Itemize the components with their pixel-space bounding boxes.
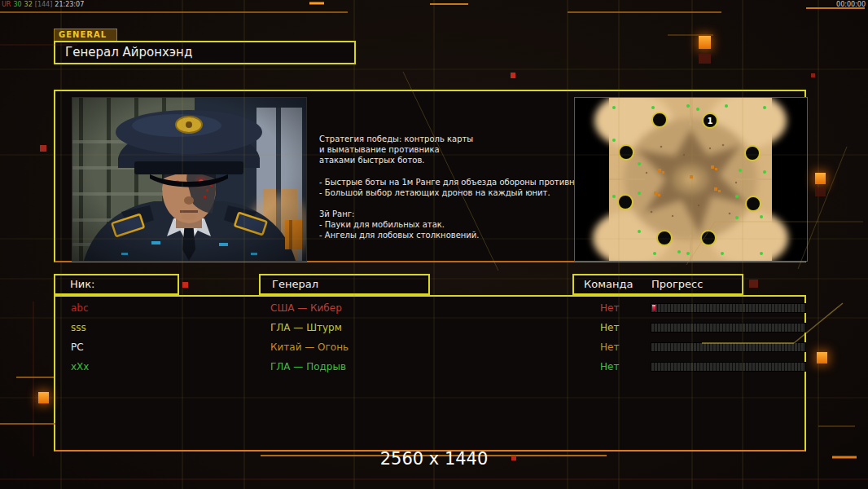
red-square	[40, 145, 46, 152]
table-row[interactable]: PC Китай — Огонь Нет	[55, 337, 804, 357]
glow-square	[699, 36, 711, 49]
header-progress-label: Прогресс	[651, 275, 703, 293]
resolution-label: 2560 x 1440	[0, 449, 868, 469]
strategy-line	[319, 198, 573, 209]
progress-fill	[652, 305, 655, 311]
player-nick: PC	[71, 337, 84, 357]
player-team: Нет	[600, 318, 619, 337]
player-team: Нет	[600, 298, 619, 318]
header-team-progress: Команда Прогресс	[572, 274, 743, 295]
overlay-part: 30	[13, 1, 21, 8]
player-general: США — Кибер	[270, 298, 342, 318]
strategy-line: Стратегия победы: контроль карты	[319, 134, 573, 144]
player-team: Нет	[600, 357, 619, 377]
map-preview[interactable]: 1	[574, 97, 808, 262]
player-general: Китай — Огонь	[270, 337, 349, 357]
player-nick: sss	[71, 318, 86, 337]
glow-square-reflection	[815, 187, 826, 196]
start-position-marker: 1	[708, 117, 713, 126]
red-square	[749, 280, 758, 288]
game-lobby-screen: UR3032[144]21:23:07 00:00:00 GENERAL Ген…	[0, 0, 868, 489]
red-square	[511, 73, 515, 78]
glow-square	[38, 392, 49, 403]
strategy-line: - Быстрые боты на 1м Ранге для объезда о…	[319, 177, 573, 187]
strategy-line: атаками быстрых ботов.	[319, 155, 573, 165]
strategy-line: - Большой выбор летающих дронов на кажды…	[319, 187, 573, 198]
glow-square	[815, 173, 826, 184]
strategy-line: - Ангелы для лобовых столкновений.	[319, 230, 573, 240]
progress-bar	[651, 323, 806, 333]
general-portrait	[72, 97, 307, 262]
table-row[interactable]: abc США — Кибер Нет	[55, 298, 804, 318]
overlay-part: UR	[2, 1, 11, 8]
header-team-label: Команда	[584, 275, 633, 293]
performance-overlay: UR3032[144]21:23:07	[2, 1, 86, 8]
progress-bar	[651, 342, 806, 352]
glow-square	[817, 352, 827, 363]
red-square	[811, 73, 815, 77]
match-timer: 00:00:00	[836, 1, 866, 8]
header-nick: Ник:	[54, 274, 179, 295]
progress-bar	[651, 303, 806, 313]
overlay-clock: 21:23:07	[55, 1, 84, 8]
general-name-box: Генерал Айронхэнд	[54, 41, 356, 64]
players-panel: abc США — Кибер Нет sss ГЛА — Штурм Нет …	[54, 295, 806, 452]
progress-bar	[651, 362, 806, 372]
strategy-description: Стратегия победы: контроль карты и вымат…	[319, 134, 573, 241]
strategy-line: - Пауки для мобильных атак.	[319, 219, 573, 230]
overlay-part: [144]	[35, 1, 53, 8]
player-nick: xXx	[71, 357, 89, 377]
strategy-line	[319, 166, 573, 177]
tab-general[interactable]: GENERAL	[54, 29, 117, 42]
table-row[interactable]: sss ГЛА — Штурм Нет	[55, 318, 804, 337]
player-nick: abc	[71, 298, 89, 318]
player-general: ГЛА — Штурм	[270, 318, 342, 337]
strategy-line: 3й Ранг:	[319, 209, 573, 219]
strategy-line: и выматывание противника	[319, 144, 573, 155]
red-square	[182, 282, 188, 288]
header-general: Генерал	[259, 274, 430, 295]
overlay-part: 32	[24, 1, 33, 8]
glow-square-reflection	[699, 54, 711, 64]
general-info-panel: Стратегия победы: контроль карты и вымат…	[54, 90, 806, 262]
player-team: Нет	[600, 337, 619, 357]
table-row[interactable]: xXx ГЛА — Подрыв Нет	[55, 357, 804, 377]
player-general: ГЛА — Подрыв	[270, 357, 346, 377]
